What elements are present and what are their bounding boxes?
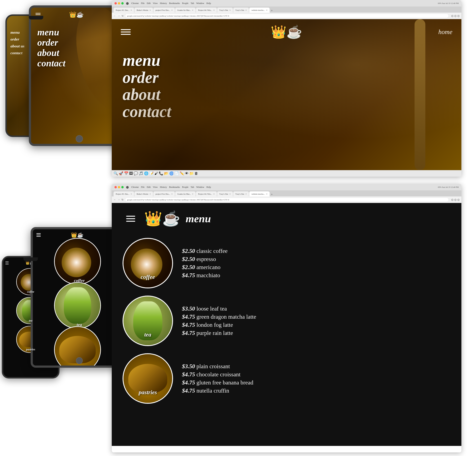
tea-category-row: tea $3.50 loose leaf tea $4.75 green dra… [123,296,450,346]
tab-close-8[interactable]: ✕ [266,9,267,11]
tab-2[interactable]: Rieko's Wesite ✕ [135,8,153,13]
tab-7[interactable]: Yzzy's Site ✕ [233,8,249,13]
tablet-home-button-bottom[interactable] [76,357,83,364]
tab-b-close-3[interactable]: ✕ [171,193,173,195]
chrome-menu-chrome[interactable]: Chrome [131,2,139,5]
tab-b-5[interactable]: Project #4: Win... ✕ [196,191,217,196]
tab-b-close-2[interactable]: ✕ [149,193,151,195]
menu-categories: coffee $2.50 classic coffee $2.50 espres… [112,234,461,407]
tab-close-4[interactable]: ✕ [192,9,193,11]
chrome-menu-edit[interactable]: Edit [147,2,151,5]
messages-icon[interactable]: 💬 [134,171,138,176]
tab-5[interactable]: Project #4: Win... ✕ [196,8,217,13]
tab-b-6[interactable]: Yzzy's Site ✕ [217,191,233,196]
traffic-lights-bottom [114,186,124,188]
tab-close-5[interactable]: ✕ [213,9,215,11]
acrobat-icon[interactable]: 📄 [174,171,179,176]
tab-b-close-1[interactable]: ✕ [130,193,132,195]
tab-close-7[interactable]: ✕ [245,9,247,11]
dreamweaver-icon[interactable]: 🌀 [169,171,174,176]
xd-icon[interactable]: ✏️ [180,171,184,176]
back-button-bottom[interactable]: ← [114,198,116,201]
tab-b-close-7[interactable]: ✕ [245,193,247,195]
tab-b-7[interactable]: Yzzy's Site ✕ [233,191,249,196]
reload-button-bottom[interactable]: ↻ [121,198,124,201]
minimize-button-bottom[interactable] [118,186,120,188]
chrome-menu-people-b[interactable]: People [182,186,188,188]
spotify-icon[interactable]: 🎵 [139,171,143,176]
chrome-menu-window[interactable]: Window [196,2,204,5]
chrome-menu-edit-b[interactable]: Edit [147,186,151,188]
tab-b-1[interactable]: Project #5: Des... ✕ [114,191,134,196]
chrome-menu-history-b[interactable]: History [160,186,167,188]
chrome-dock-icon[interactable]: 🌐 [144,171,149,176]
new-tab-button[interactable]: + [271,9,273,13]
tab-b-close-6[interactable]: ✕ [229,193,231,195]
skype-icon[interactable]: 📞 [159,171,163,176]
close-button-bottom[interactable] [114,186,117,188]
new-tab-button-bottom[interactable]: + [271,193,273,196]
chrome-menu-bookmarks[interactable]: Bookmarks [169,2,180,5]
photos-icon[interactable]: 🖼 [129,171,133,176]
word-icon[interactable]: 📝 [149,171,154,176]
tablet-menu-item-about[interactable]: about [37,48,121,58]
minimize-button[interactable] [118,2,120,5]
tab-b-close-8[interactable]: ✕ [266,193,267,195]
chrome-menu-bookmarks-b[interactable]: Bookmarks [169,186,180,188]
tab-4[interactable]: Grades for Mar... ✕ [175,8,196,13]
preview-icon[interactable]: 👁 [185,171,188,176]
tab-close-2[interactable]: ✕ [149,9,151,11]
finder-icon[interactable]: 🔍 [114,171,118,176]
chrome-icon-bottom: ⬤ [126,186,129,189]
filezilla-icon[interactable]: 📂 [164,171,169,176]
url-bar-top[interactable]: google.com/search?q=website+mockup+psd&o… [125,14,449,18]
chrome-menu-file-b[interactable]: File [141,186,144,188]
chrome-menu-view[interactable]: View [153,2,158,5]
tab-3[interactable]: project Five Des... ✕ [153,8,175,13]
tab-b-2[interactable]: Rieko's Wesite ✕ [135,191,153,196]
calendar-icon[interactable]: 📅 [124,171,128,176]
tab-b-8-active[interactable]: website mocku... ✕ [249,191,270,196]
tab-b-close-4[interactable]: ✕ [192,193,193,195]
tab-b-3[interactable]: project Five Des... ✕ [153,191,175,196]
trash-icon[interactable]: 🗑 [195,171,198,176]
tab-b-close-5[interactable]: ✕ [213,193,215,195]
tablet-menu-item-menu[interactable]: menu [37,27,121,37]
close-button[interactable] [114,2,117,5]
tablet-home-button-top[interactable] [76,135,83,142]
tablet-menu-item-order[interactable]: order [37,37,121,48]
chrome-menu-chrome-b[interactable]: Chrome [131,186,139,188]
chrome-menu-people[interactable]: People [182,2,188,5]
tablet-hamburger-bottom[interactable] [36,233,41,237]
chrome-menu-help[interactable]: Help [206,2,211,5]
url-bar-bottom[interactable]: google.com/search?q=website+mockup+psd&o… [125,198,449,202]
chrome-menu-view-b[interactable]: View [153,186,158,188]
coffee-circle-label: coffee [123,274,172,280]
forward-button-bottom[interactable]: → [118,198,120,201]
menu-page-hamburger[interactable] [126,216,135,222]
chrome-menu-history[interactable]: History [160,2,167,5]
chrome-menu-help-b[interactable]: Help [206,186,211,188]
chrome-menu-file[interactable]: File [141,2,144,5]
finder2-icon[interactable]: 📁 [189,171,194,176]
tab-close-3[interactable]: ✕ [171,9,173,11]
menu-page-title: menu [186,212,211,225]
maximize-button[interactable] [121,2,124,5]
phone-hamburger-bottom[interactable] [5,262,9,264]
chrome-menu-tab-b[interactable]: Tab [191,186,194,188]
tab-close-6[interactable]: ✕ [229,9,231,11]
photoshop-icon[interactable]: 🖌 [154,171,158,176]
tea-category-circle: tea [123,296,173,346]
tab-8-active[interactable]: website mocku... ✕ [249,8,270,13]
maximize-button-bottom[interactable] [121,186,124,188]
pastries-price-4: $4.75 [182,387,195,394]
tab-b-4[interactable]: Grades for Mar... ✕ [175,191,196,196]
chrome-menu-window-b[interactable]: Window [196,186,204,188]
tablet-menu-item-contact[interactable]: contact [37,58,121,68]
tablet-coffee-item[interactable]: coffee [54,238,104,288]
chrome-menu-tab[interactable]: Tab [191,2,194,5]
tablet-tea-item[interactable]: tea [54,282,104,333]
launchpad-icon[interactable]: 🚀 [119,171,123,176]
tab-6[interactable]: Yzzy's Site ✕ [217,8,233,13]
tab-close-1[interactable]: ✕ [130,9,132,11]
